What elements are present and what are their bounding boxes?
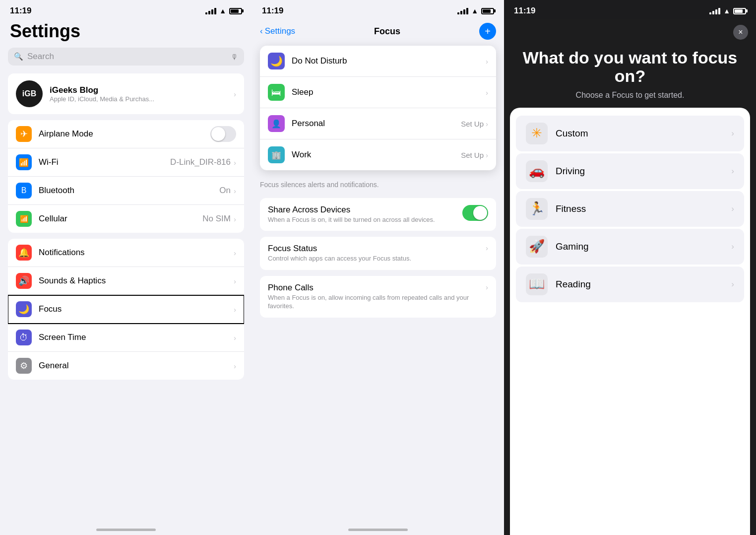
gaming-item[interactable]: 🚀 Gaming › <box>516 229 744 265</box>
driving-item[interactable]: 🚗 Driving › <box>516 153 744 189</box>
home-indicator <box>348 529 408 531</box>
page-title: Settings <box>0 19 252 48</box>
fitness-item[interactable]: 🏃 Fitness › <box>516 191 744 227</box>
do-not-disturb-row[interactable]: 🌙 Do Not Disturb › <box>260 46 496 77</box>
item-label: Custom <box>556 128 731 139</box>
chevron-right-icon: › <box>731 166 734 176</box>
item-label: Driving <box>556 166 731 177</box>
chevron-right-icon: › <box>486 57 488 66</box>
wifi-icon: ▲ <box>471 7 478 15</box>
status-icons: ▲ <box>205 7 242 15</box>
avatar-initials: iGB <box>22 89 36 98</box>
focus-popup: 🌙 Do Not Disturb › 🛏 Sleep › 👤 Personal … <box>260 46 496 170</box>
chevron-right-icon: › <box>731 129 734 138</box>
search-bar[interactable]: 🔍 Search 🎙 <box>8 48 244 66</box>
status-icons: ▲ <box>709 7 746 15</box>
chevron-right-icon: › <box>234 215 236 223</box>
chevron-right-icon: › <box>234 277 236 285</box>
chevron-right-icon: › <box>486 283 488 291</box>
add-focus-button[interactable]: + <box>479 23 496 40</box>
avatar: iGB <box>16 80 43 107</box>
profile-name: iGeeks Blog <box>50 85 227 95</box>
work-icon: 🏢 <box>268 146 285 163</box>
row-label: Airplane Mode <box>39 129 210 139</box>
work-row[interactable]: 🏢 Work Set Up › <box>260 139 496 170</box>
row-label: Sleep <box>292 87 486 97</box>
airplane-mode-row[interactable]: ✈ Airplane Mode <box>8 120 244 148</box>
back-button[interactable]: ‹ Settings <box>260 26 295 36</box>
wifi-icon: ▲ <box>219 7 226 15</box>
chevron-right-icon: › <box>234 362 236 370</box>
share-devices-row[interactable]: Share Across Devices When a Focus is on,… <box>260 198 496 231</box>
chevron-right-icon: › <box>486 244 488 252</box>
phone-calls-row[interactable]: Phone Calls When a Focus is on, allow in… <box>260 276 496 318</box>
custom-item[interactable]: ✳ Custom › <box>516 116 744 151</box>
airplane-icon: ✈ <box>16 126 32 142</box>
chooser-panel: 11:19 ▲ × What do you want to focus on? <box>504 0 756 535</box>
signal-icon <box>457 8 468 14</box>
item-label: Gaming <box>556 241 731 252</box>
profile-subtitle: Apple ID, iCloud, Media & Purchas... <box>50 95 227 103</box>
dnd-icon: 🌙 <box>268 53 285 69</box>
chevron-right-icon: › <box>234 305 236 314</box>
row-label: Bluetooth <box>39 186 219 196</box>
share-devices-toggle[interactable] <box>462 205 488 221</box>
chevron-right-icon: › <box>234 334 236 342</box>
row-label: Screen Time <box>39 333 234 342</box>
chevron-right-icon: › <box>234 187 236 195</box>
gaming-icon: 🚀 <box>526 236 548 258</box>
screen-time-icon: ⏱ <box>16 330 32 345</box>
screen-time-row[interactable]: ⏱ Screen Time › <box>8 324 244 352</box>
system-section: 🔔 Notifications › 🔊 Sounds & Haptics › 🌙… <box>8 239 244 380</box>
battery-icon <box>733 8 746 14</box>
cellular-row[interactable]: 📶 Cellular No SIM › <box>8 205 244 233</box>
row-label: Do Not Disturb <box>292 56 486 66</box>
search-input[interactable]: Search <box>27 52 227 62</box>
row-label: Wi-Fi <box>39 157 170 167</box>
row-label: General <box>39 361 234 371</box>
back-chevron-icon: ‹ <box>260 26 263 36</box>
chevron-right-icon: › <box>731 242 734 252</box>
focus-status-row[interactable]: Focus Status Control which apps can acce… <box>260 237 496 270</box>
sounds-row[interactable]: 🔊 Sounds & Haptics › <box>8 267 244 295</box>
row-label: Notifications <box>39 248 234 258</box>
focus-panel: 11:19 ▲ ‹ Settings Focus + <box>252 0 504 535</box>
connectivity-section: ✈ Airplane Mode 📶 Wi-Fi D-Link_DIR-816 ›… <box>8 120 244 233</box>
notifications-row[interactable]: 🔔 Notifications › <box>8 239 244 267</box>
wifi-row[interactable]: 📶 Wi-Fi D-Link_DIR-816 › <box>8 148 244 177</box>
personal-value: Set Up <box>461 120 484 128</box>
signal-icon <box>709 8 720 14</box>
signal-icon <box>205 8 216 14</box>
section-title: Share Across Devices <box>268 205 458 215</box>
focus-row[interactable]: 🌙 Focus › <box>8 295 244 324</box>
row-label: Focus <box>39 304 234 314</box>
back-label: Settings <box>265 26 295 36</box>
personal-icon: 👤 <box>268 115 285 132</box>
wifi-settings-icon: 📶 <box>16 154 32 170</box>
airplane-toggle[interactable] <box>210 126 236 142</box>
item-label: Fitness <box>556 203 731 214</box>
microphone-icon[interactable]: 🎙 <box>231 53 238 61</box>
focus-main-content: Focus silences alerts and notifications.… <box>252 174 504 330</box>
reading-item[interactable]: 📖 Reading › <box>516 267 744 302</box>
chevron-right-icon: › <box>234 158 236 167</box>
general-row[interactable]: ⚙ General › <box>8 352 244 380</box>
wifi-value: D-Link_DIR-816 <box>170 157 231 167</box>
status-bar-focus: 11:19 ▲ <box>252 0 504 19</box>
settings-panel: 11:19 ▲ Settings 🔍 Search 🎙 iGB iGeeks B… <box>0 0 252 535</box>
chevron-right-icon: › <box>486 120 488 128</box>
row-content: Airplane Mode <box>39 129 210 139</box>
status-icons: ▲ <box>457 7 494 15</box>
status-bar-chooser: 11:19 ▲ <box>504 0 756 19</box>
close-button[interactable]: × <box>733 25 748 40</box>
section-title: Phone Calls <box>268 283 486 293</box>
personal-row[interactable]: 👤 Personal Set Up › <box>260 108 496 139</box>
status-bar-settings: 11:19 ▲ <box>0 0 252 19</box>
sleep-row[interactable]: 🛏 Sleep › <box>260 77 496 108</box>
wifi-icon: ▲ <box>723 7 730 15</box>
profile-row[interactable]: iGB iGeeks Blog Apple ID, iCloud, Media … <box>8 73 244 114</box>
row-label: Sounds & Haptics <box>39 276 234 286</box>
driving-icon: 🚗 <box>526 160 548 182</box>
sounds-icon: 🔊 <box>16 273 32 289</box>
bluetooth-row[interactable]: B Bluetooth On › <box>8 177 244 205</box>
